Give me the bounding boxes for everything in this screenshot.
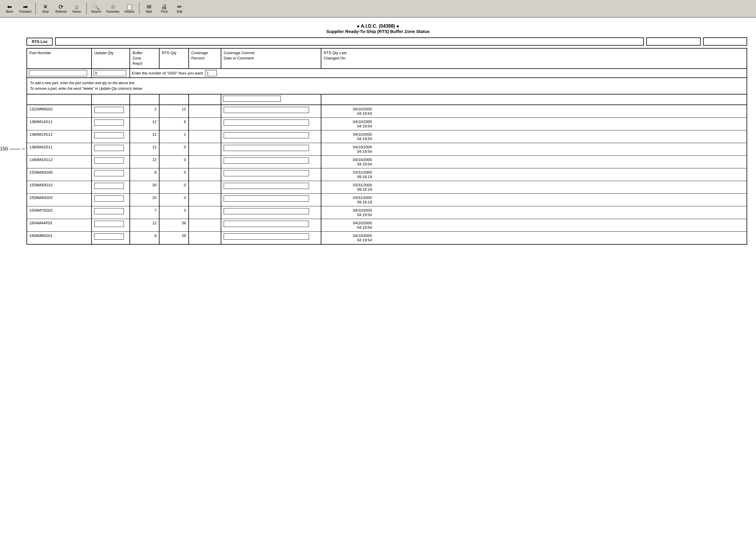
- data-cell-5[interactable]: [221, 181, 321, 193]
- data-cell-5[interactable]: [221, 105, 321, 117]
- add-update-qty-input[interactable]: 0: [94, 70, 126, 76]
- data-cell-6: 03/31/200009:18:19: [321, 181, 374, 193]
- data-cell-1[interactable]: [92, 143, 130, 155]
- filter-row: [27, 94, 747, 105]
- history-icon: 📋: [126, 4, 133, 10]
- table-row: 1559M30G068003/31/200009:18:19: [27, 168, 747, 181]
- print-button[interactable]: 🖨 Print: [157, 3, 171, 14]
- data-rows-container: 1322M99G0221204/10/200004:19:541380M14G1…: [27, 105, 747, 244]
- favorites-icon: ☆: [110, 4, 116, 10]
- tab-input-3[interactable]: [703, 37, 747, 46]
- table-row: 1806M80G0182904/10/200004:19:54: [27, 232, 747, 244]
- filter-cell-1: [27, 94, 92, 104]
- data-cell-4: [189, 219, 221, 231]
- data-cell-5[interactable]: [221, 168, 321, 181]
- print-icon: 🖨: [161, 4, 167, 10]
- data-cell-1[interactable]: [92, 118, 130, 130]
- separator-2: [86, 3, 87, 14]
- table-header-row: Part Number Update Qty BufferZoneReq'd R…: [27, 49, 747, 69]
- data-cell-1[interactable]: [92, 181, 130, 193]
- ref-label-150: 150 ——→: [0, 146, 26, 152]
- add-update-qty-cell[interactable]: 0: [92, 69, 130, 77]
- forward-button[interactable]: ➡ Forward: [18, 3, 33, 14]
- data-cell-2: 12: [130, 118, 159, 130]
- tab-input-2[interactable]: [646, 37, 701, 46]
- col-header-update-qty: Update Qty: [92, 49, 130, 68]
- data-cell-2: 12: [130, 156, 159, 168]
- favorites-button[interactable]: ☆ Favorites: [104, 3, 121, 14]
- separator-1: [35, 3, 36, 14]
- data-cell-5[interactable]: [221, 232, 321, 244]
- data-cell-4: [189, 156, 221, 168]
- data-cell-5[interactable]: [221, 194, 321, 206]
- data-cell-6: 04/10/200004:19:54: [321, 156, 374, 168]
- rts-list-tab[interactable]: RTS List: [26, 38, 53, 46]
- mail-icon: ✉: [147, 4, 152, 10]
- stop-button[interactable]: ✕ Stop: [38, 3, 52, 14]
- data-cell-1[interactable]: [92, 232, 130, 244]
- table-row: 1804M44P03125604/10/200004:19:54: [27, 219, 747, 232]
- data-cell-4: [189, 194, 221, 206]
- tab-input-1[interactable]: [55, 37, 644, 46]
- history-button[interactable]: 📋 History: [122, 3, 137, 14]
- edit-button[interactable]: ✏ Edit: [172, 3, 187, 14]
- mail-button[interactable]: ✉ Mail: [142, 3, 156, 14]
- data-cell-1[interactable]: [92, 130, 130, 143]
- data-cell-0: 1806M80G01: [27, 232, 92, 244]
- data-cell-5[interactable]: [221, 130, 321, 143]
- data-cell-3: 0: [159, 168, 189, 181]
- data-cell-3: 0: [159, 194, 189, 206]
- col-header-coverage-commit: Coverage CommitDate or Comment: [221, 49, 321, 68]
- data-cell-1[interactable]: [92, 156, 130, 168]
- tab-bar: RTS List: [26, 37, 747, 46]
- col-header-rts-qty: RTS Qty: [159, 49, 189, 68]
- data-cell-3: 3: [159, 206, 189, 219]
- data-cell-0: 1380M14G12: [27, 130, 92, 143]
- filter-cell-3: [130, 94, 159, 104]
- data-cell-5[interactable]: [221, 219, 321, 231]
- data-cell-0: 1380M42G12: [27, 156, 92, 168]
- data-cell-6: 03/31/200009:18:19: [321, 194, 374, 206]
- filter-cell-coverage-commit[interactable]: [221, 94, 321, 104]
- data-cell-0: 1559M30G10: [27, 181, 92, 193]
- data-cell-5[interactable]: [221, 156, 321, 168]
- data-cell-1[interactable]: [92, 168, 130, 181]
- add-lines-cell: Enter the number of "ADD" lines you want…: [130, 69, 747, 77]
- search-icon: 🔍: [92, 4, 100, 10]
- data-cell-0: 1380M14G11: [27, 118, 92, 130]
- add-part-number-input[interactable]: [29, 70, 87, 76]
- data-cell-3: 56: [159, 219, 189, 231]
- col-header-coverage-percent: CoveragePercent: [189, 49, 221, 68]
- data-cell-1[interactable]: [92, 206, 130, 219]
- data-cell-2: 2: [130, 105, 159, 117]
- page-title-line2: Supplier Ready-To-Ship (RTS) Buffer Zone…: [9, 29, 747, 34]
- data-cell-1[interactable]: [92, 219, 130, 231]
- home-icon: ⌂: [75, 4, 79, 10]
- add-lines-input[interactable]: 1: [205, 70, 217, 76]
- page-title-line1: ● A.I.D.C. (04398) ●: [9, 24, 747, 29]
- instructions-line2: To remove a part, enter the word "delete…: [30, 86, 744, 91]
- data-cell-4: [189, 143, 221, 155]
- data-cell-1[interactable]: [92, 194, 130, 206]
- refresh-button[interactable]: ⟳ Refresh: [54, 3, 69, 14]
- data-cell-2: 30: [130, 181, 159, 193]
- data-cell-1[interactable]: [92, 105, 130, 117]
- back-button[interactable]: ⬅ Back: [2, 3, 16, 14]
- page-header: ● A.I.D.C. (04398) ● Supplier Ready-To-S…: [9, 24, 747, 34]
- data-cell-5[interactable]: [221, 143, 321, 155]
- ref-arrow-icon: ——→: [10, 146, 26, 152]
- refresh-icon: ⟳: [59, 4, 64, 10]
- data-cell-5[interactable]: [221, 206, 321, 219]
- data-cell-2: 12: [130, 130, 159, 143]
- home-button[interactable]: ⌂ Home: [70, 3, 84, 14]
- data-cell-0: 1559M70G02: [27, 206, 92, 219]
- data-cell-5[interactable]: [221, 118, 321, 130]
- data-cell-4: [189, 232, 221, 244]
- add-lines-label: Enter the number of "ADD" lines you want: [132, 71, 203, 75]
- browser-toolbar: ⬅ Back ➡ Forward ✕ Stop ⟳ Refresh ⌂ Home…: [0, 0, 756, 18]
- table-row: 1380M14G1112604/10/200004:19:54: [27, 118, 747, 130]
- filter-cell-7: [321, 94, 374, 104]
- add-part-number-cell[interactable]: [27, 69, 92, 77]
- search-button[interactable]: 🔍 Search: [89, 3, 103, 14]
- filter-coverage-commit-input[interactable]: [223, 96, 281, 102]
